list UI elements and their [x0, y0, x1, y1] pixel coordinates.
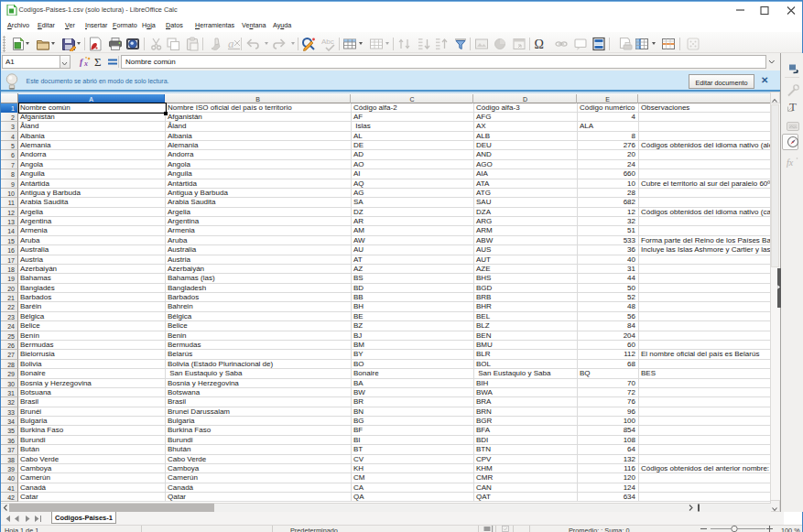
svg-text:Ω: Ω [535, 38, 544, 51]
svg-text:a: a [228, 37, 234, 50]
svg-text:x: x [83, 60, 88, 68]
svg-text:fx: fx [787, 157, 794, 168]
svg-text:Abc: Abc [321, 38, 334, 46]
svg-text:T: T [789, 100, 797, 114]
svg-text:Σ: Σ [94, 55, 102, 68]
